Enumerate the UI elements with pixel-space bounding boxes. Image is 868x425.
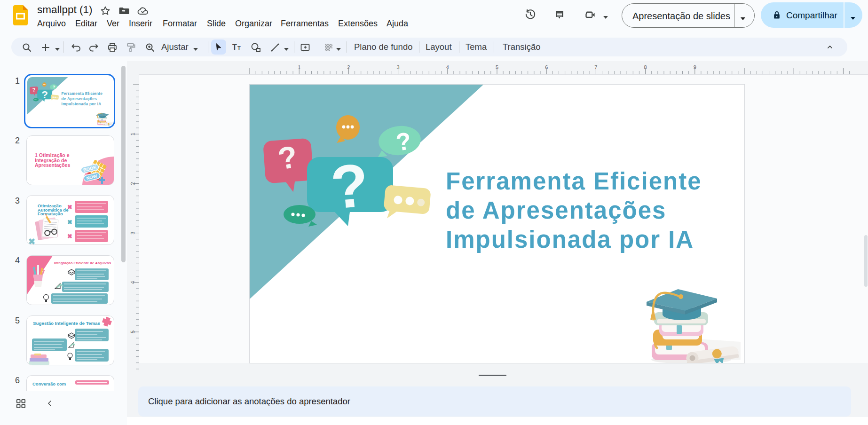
svg-text:✖: ✖ [67, 219, 72, 226]
svg-text:?: ? [328, 150, 371, 222]
svg-text:Conversão com: Conversão com [32, 381, 66, 386]
svg-text:Ferramenta Eficiente: Ferramenta Eficiente [61, 92, 103, 96]
svg-text:2: 2 [130, 182, 135, 185]
svg-text:✖: ✖ [67, 233, 72, 240]
svg-text:Apresentações: Apresentações [35, 162, 70, 168]
svg-text:6: 6 [545, 64, 548, 70]
svg-text:3: 3 [397, 64, 400, 70]
svg-text:3: 3 [130, 232, 135, 235]
svg-text:✖: ✖ [67, 204, 72, 211]
svg-text:?: ? [41, 89, 48, 101]
svg-text:✖: ✖ [28, 237, 35, 245]
svg-text:?: ? [53, 85, 55, 89]
svg-text:4: 4 [130, 281, 135, 284]
svg-text:Sugestão Inteligente de Temas: Sugestão Inteligente de Temas [33, 321, 101, 326]
svg-text:9: 9 [694, 64, 696, 70]
svg-text:7: 7 [594, 64, 597, 70]
svg-text:2: 2 [347, 64, 350, 70]
svg-text:1: 1 [298, 64, 300, 70]
svg-text:4: 4 [446, 64, 449, 70]
svg-text:T: T [237, 45, 241, 51]
svg-text:5: 5 [496, 64, 498, 70]
svg-text:8: 8 [644, 64, 647, 70]
svg-text:1: 1 [130, 133, 135, 135]
svg-text:Formatação: Formatação [38, 211, 63, 216]
svg-text:?: ? [32, 87, 36, 92]
svg-text:de Apresentações: de Apresentações [61, 97, 97, 101]
svg-text:5: 5 [130, 331, 135, 333]
svg-text:Integração Eficiente de Arquiv: Integração Eficiente de Arquivos [54, 261, 111, 265]
svg-text:Impulsionada por IA: Impulsionada por IA [61, 102, 101, 106]
svg-text:T: T [232, 43, 237, 51]
